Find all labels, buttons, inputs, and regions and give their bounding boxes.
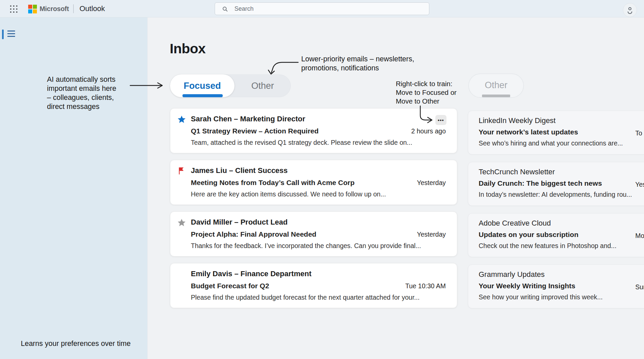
profile-button[interactable] bbox=[623, 3, 637, 17]
email-time: Yesterday bbox=[417, 231, 446, 238]
app-name: Outlook bbox=[79, 4, 105, 13]
microsoft-logo-icon bbox=[28, 5, 37, 13]
email-sender: Sarah Chen – Marketing Director bbox=[191, 114, 446, 124]
email-preview: Please find the updated budget forecast … bbox=[191, 293, 446, 302]
email-time: Sun bbox=[635, 283, 644, 291]
page-title: Inbox bbox=[170, 41, 206, 57]
email-sender: James Liu – Client Success bbox=[191, 166, 446, 175]
email-sender: David Miller – Product Lead bbox=[191, 218, 446, 227]
menu-toggle-button[interactable] bbox=[7, 28, 17, 39]
outlook-window: Microsoft Outlook Inbox Focused Oth bbox=[0, 0, 644, 359]
other-panel-tab-underline bbox=[482, 95, 510, 97]
other-panel-tab[interactable]: Other bbox=[468, 73, 524, 98]
nav-accent-bar bbox=[2, 29, 4, 39]
star-filled-blue-icon[interactable] bbox=[177, 115, 186, 124]
app-launcher-button[interactable] bbox=[10, 5, 18, 13]
email-subject: Q1 Strategy Review – Action Required bbox=[191, 127, 406, 135]
email-time: Mor bbox=[635, 232, 644, 240]
email-item[interactable]: LinkedIn Weekly Digest Your network’s la… bbox=[468, 111, 644, 155]
tab-focused-label: Focused bbox=[183, 81, 221, 91]
microsoft-wordmark: Microsoft bbox=[40, 5, 69, 13]
email-preview: Thanks for the feedback. I’ve incorporat… bbox=[191, 242, 446, 250]
email-item[interactable]: David Miller – Product Lead Project Alph… bbox=[170, 212, 457, 256]
search-box[interactable] bbox=[215, 2, 429, 15]
other-email-list: LinkedIn Weekly Digest Your network’s la… bbox=[468, 111, 644, 308]
email-preview: Here are the key action items discussed.… bbox=[191, 190, 446, 198]
email-sender: TechCrunch Newsletter bbox=[479, 167, 644, 177]
email-preview: Team, attached is the revised Q1 strateg… bbox=[191, 138, 446, 147]
annotation-line: Learns your preferences over time bbox=[21, 339, 155, 348]
email-subject: Your network’s latest updates bbox=[479, 128, 644, 136]
annotation-line: important emails here bbox=[47, 84, 134, 93]
email-time: 2 hours ago bbox=[411, 127, 446, 135]
annotation-lower-priority: Lower-priority emails – newsletters, pro… bbox=[301, 55, 442, 73]
tab-other[interactable]: Other bbox=[235, 75, 290, 97]
email-subject: Daily Crunch: The biggest tech news bbox=[479, 179, 644, 188]
annotation-line: Lower-priority emails – newsletters, bbox=[301, 55, 442, 64]
email-subject: Meeting Notes from Today’s Call with Acm… bbox=[191, 178, 412, 187]
email-subject: Budget Forecast for Q2 bbox=[191, 282, 400, 290]
star-gray-icon[interactable] bbox=[177, 218, 186, 227]
email-time: Tue 10:30 AM bbox=[405, 282, 446, 290]
email-item[interactable]: Emily Davis – Finance Department Budget … bbox=[170, 263, 457, 308]
email-item[interactable]: James Liu – Client Success Meeting Notes… bbox=[170, 160, 457, 205]
email-item[interactable]: Sarah Chen – Marketing Director Q1 Strat… bbox=[170, 108, 457, 153]
tab-other-label: Other bbox=[251, 81, 274, 91]
more-options-button[interactable]: ••• bbox=[435, 115, 446, 125]
tab-focused[interactable]: Focused bbox=[170, 74, 234, 97]
person-icon bbox=[626, 6, 634, 14]
email-preview: In today’s newsletter: AI developments, … bbox=[479, 190, 644, 199]
focused-email-list: Sarah Chen – Marketing Director Q1 Strat… bbox=[170, 108, 457, 308]
sidebar bbox=[0, 17, 148, 359]
email-sender: Grammarly Updates bbox=[479, 270, 644, 279]
email-sender: LinkedIn Weekly Digest bbox=[479, 116, 644, 125]
email-preview: See how your writing improved this week.… bbox=[479, 293, 644, 301]
email-item[interactable]: Grammarly Updates Your Weekly Writing In… bbox=[468, 264, 644, 308]
search-input[interactable] bbox=[215, 3, 429, 15]
email-time: Yesterday bbox=[417, 179, 446, 187]
annotation-line: AI automatically sorts bbox=[47, 75, 134, 84]
annotation-line: direct messages bbox=[47, 102, 134, 111]
annotation-right-click-train: Right-click to train: Move to Focused or… bbox=[396, 79, 473, 106]
email-preview: Check out the new features in Photoshop … bbox=[479, 242, 644, 250]
email-item[interactable]: TechCrunch Newsletter Daily Crunch: The … bbox=[468, 162, 644, 206]
flag-red-icon[interactable] bbox=[177, 167, 186, 175]
inbox-tabs: Focused Other bbox=[170, 74, 291, 97]
other-panel-tab-label: Other bbox=[469, 80, 523, 91]
annotation-line: Right-click to train: bbox=[396, 79, 473, 88]
email-subject: Your Weekly Writing Insights bbox=[479, 282, 644, 290]
email-item[interactable]: Adobe Creative Cloud Updates on your sub… bbox=[468, 213, 644, 257]
annotation-learns-preferences: Learns your preferences over time bbox=[21, 339, 155, 348]
email-subject: Updates on your subscription bbox=[479, 230, 644, 239]
email-sender: Adobe Creative Cloud bbox=[479, 219, 644, 228]
annotation-ai-sorts: AI automatically sorts important emails … bbox=[47, 75, 134, 111]
annotation-line: promotions, notifications bbox=[301, 64, 442, 73]
annotation-line: – colleagues, clients, bbox=[47, 93, 134, 102]
topbar: Microsoft Outlook bbox=[0, 0, 644, 17]
annotation-line: Move to Other bbox=[396, 97, 473, 106]
brand-divider bbox=[73, 4, 74, 13]
email-subject: Project Alpha: Final Approval Needed bbox=[191, 230, 412, 239]
annotation-line: Move to Focused or bbox=[396, 88, 473, 97]
email-time: To bbox=[635, 129, 642, 137]
email-sender: Emily Davis – Finance Department bbox=[191, 269, 446, 279]
email-time: Yest bbox=[635, 181, 644, 188]
tab-focused-underline bbox=[182, 94, 223, 97]
email-preview: See who’s hiring and what your connectio… bbox=[479, 139, 644, 147]
